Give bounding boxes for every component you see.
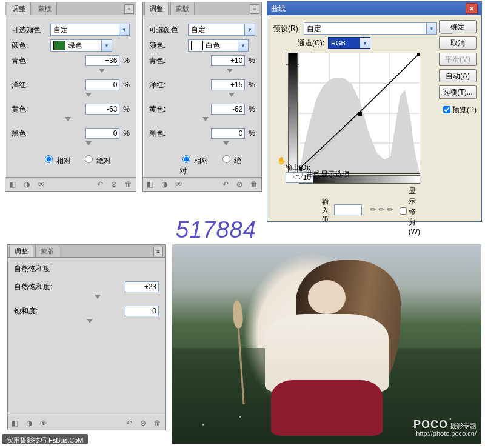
- cyan-slider[interactable]: [189, 69, 257, 75]
- adj-icon[interactable]: ◧: [9, 180, 16, 189]
- preview-checkbox[interactable]: 预览(P): [441, 104, 477, 115]
- channel-select[interactable]: RGB▼: [328, 37, 370, 49]
- tab-adjust[interactable]: 调整: [144, 2, 169, 15]
- dialog-title: 曲线: [271, 4, 286, 14]
- curve-grid[interactable]: [299, 53, 420, 174]
- disclose-icon[interactable]: ⌄: [293, 170, 303, 179]
- eyedropper-white-icon[interactable]: ✎: [385, 205, 395, 215]
- eye-icon[interactable]: 👁: [40, 419, 47, 427]
- eyedropper-set: ✎ ✎ ✎: [370, 206, 393, 214]
- panel-menu-icon[interactable]: ≡: [124, 4, 134, 14]
- tab-mask[interactable]: 蒙版: [35, 244, 59, 257]
- adj-icon[interactable]: ◧: [147, 180, 153, 189]
- poco-watermark: POCO 摄影专题 http://photo.poco.cn/: [413, 421, 477, 438]
- chevron-down-icon: ▼: [426, 23, 436, 34]
- tab-adjust[interactable]: 调整: [7, 2, 31, 15]
- panel-menu-icon[interactable]: ≡: [153, 247, 163, 256]
- input-value[interactable]: [334, 204, 362, 215]
- trash-icon[interactable]: 🗑: [125, 180, 132, 189]
- reset-icon[interactable]: ↶: [222, 180, 229, 189]
- black-value[interactable]: [211, 128, 245, 139]
- show-clip-checkbox[interactable]: 显示修剪(W): [397, 186, 420, 236]
- chevron-down-icon: ▼: [244, 24, 255, 35]
- back-icon[interactable]: ⊘: [236, 180, 242, 189]
- yellow-slider[interactable]: [52, 117, 119, 123]
- radio-absolute[interactable]: 绝对: [82, 156, 111, 165]
- saturation-value[interactable]: [125, 306, 159, 316]
- clip-icon[interactable]: ◑: [24, 180, 30, 189]
- cyan-slider[interactable]: [52, 69, 119, 75]
- color-label: 颜色:: [12, 41, 50, 51]
- eyedropper-black-icon[interactable]: ✎: [368, 205, 378, 215]
- hand-icon[interactable]: ✋: [277, 156, 286, 165]
- chevron-down-icon: ▼: [101, 40, 112, 51]
- magenta-value[interactable]: [211, 79, 245, 90]
- preset-select[interactable]: 自定▼: [304, 22, 437, 35]
- curve-display-options[interactable]: 曲线显示选项: [306, 169, 350, 179]
- tab-mask[interactable]: 蒙版: [33, 2, 57, 15]
- clip-icon[interactable]: ◑: [26, 419, 32, 427]
- panel-tabs: 调整 蒙版: [143, 2, 261, 15]
- channel-label: 通道(C):: [298, 38, 324, 48]
- reset-icon[interactable]: ↶: [126, 419, 132, 427]
- color-label: 颜色:: [149, 41, 188, 51]
- radio-relative[interactable]: 相对: [42, 156, 71, 165]
- yellow-label: 黄色:: [149, 104, 188, 115]
- preset-label: 预设(R):: [273, 24, 300, 34]
- cyan-value[interactable]: [211, 55, 245, 66]
- cyan-label: 青色:: [12, 56, 50, 66]
- vibrance-title: 自然饱和度: [14, 264, 159, 274]
- black-slider[interactable]: [189, 141, 257, 147]
- back-icon[interactable]: ⊘: [140, 419, 146, 427]
- back-icon[interactable]: ⊘: [111, 180, 117, 189]
- tab-mask[interactable]: 蒙版: [170, 2, 195, 15]
- yellow-value[interactable]: [85, 104, 119, 115]
- reset-icon[interactable]: ↶: [97, 180, 103, 189]
- auto-button[interactable]: 自动(A): [439, 69, 477, 82]
- ok-button[interactable]: 确定: [439, 20, 477, 33]
- black-value[interactable]: [85, 128, 119, 139]
- panel-tabs: 调整 蒙版: [5, 2, 136, 15]
- cyan-value[interactable]: [85, 55, 119, 66]
- vibrance-value[interactable]: [125, 281, 159, 292]
- trash-icon[interactable]: 🗑: [154, 419, 161, 427]
- cancel-button[interactable]: 取消: [439, 36, 477, 50]
- eyedropper-gray-icon[interactable]: ✎: [376, 205, 387, 215]
- svg-rect-9: [417, 53, 420, 56]
- curve-area: ∿ ✎ 输出(O):: [286, 52, 420, 182]
- yellow-slider[interactable]: [189, 117, 257, 123]
- magenta-slider[interactable]: [52, 93, 119, 99]
- dialog-titlebar[interactable]: 曲线 ✕: [267, 2, 481, 15]
- preset-select[interactable]: 自定▼: [50, 24, 130, 36]
- yellow-value[interactable]: [211, 104, 245, 115]
- black-slider[interactable]: [52, 141, 119, 147]
- vibrance-slider[interactable]: [20, 295, 153, 301]
- input-label: 输入(I):: [322, 197, 330, 222]
- yellow-label: 黄色:: [12, 104, 50, 115]
- panel-tabs: 调整 蒙版: [8, 245, 165, 258]
- radio-relative[interactable]: 相对: [179, 156, 209, 165]
- clip-icon[interactable]: ◑: [161, 180, 167, 189]
- color-select[interactable]: 白色 ▼: [188, 39, 249, 52]
- preset-select[interactable]: 自定▼: [188, 24, 255, 36]
- panel-menu-icon[interactable]: ≡: [250, 4, 259, 14]
- saturation-slider[interactable]: [20, 319, 153, 325]
- adj-icon[interactable]: ◧: [12, 419, 18, 427]
- tab-adjust[interactable]: 调整: [9, 244, 33, 257]
- smooth-button: 平滑(M): [439, 53, 477, 66]
- color-swatch: [53, 41, 65, 50]
- color-select[interactable]: 绿色 ▼: [50, 39, 112, 52]
- magenta-value[interactable]: [85, 79, 119, 90]
- eye-icon[interactable]: 👁: [175, 180, 182, 189]
- magenta-label: 洋红:: [12, 80, 50, 90]
- cyan-label: 青色:: [149, 56, 188, 66]
- svg-rect-8: [358, 112, 362, 116]
- close-button[interactable]: ✕: [466, 3, 478, 14]
- eye-icon[interactable]: 👁: [38, 180, 45, 189]
- trash-icon[interactable]: 🗑: [250, 180, 258, 189]
- corner-watermark: 实用摄影技巧 FsBus.CoM: [2, 434, 88, 444]
- magenta-slider[interactable]: [189, 93, 257, 99]
- options-button[interactable]: 选项(T)...: [439, 85, 477, 99]
- black-label: 黑色:: [12, 129, 50, 139]
- vibrance-panel: 调整 蒙版 ≡ 自然饱和度 自然饱和度: 饱和度: ◧◑ 👁 ↶⊘🗑: [7, 244, 166, 430]
